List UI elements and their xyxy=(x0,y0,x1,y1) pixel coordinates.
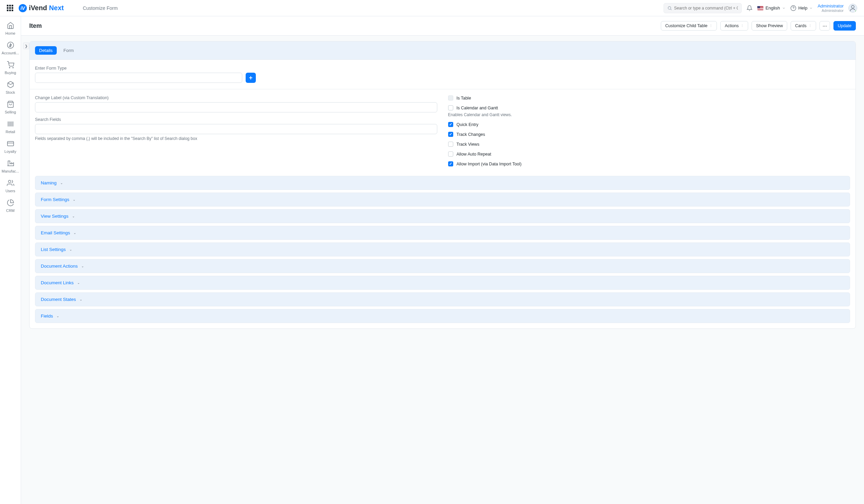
update-button[interactable]: Update xyxy=(833,21,856,30)
user-block[interactable]: Administrator Administrator xyxy=(817,3,844,13)
card-icon xyxy=(7,140,14,147)
change-label-group: Change Label (via Custom Translation) xyxy=(35,96,437,112)
users-icon xyxy=(7,179,14,187)
svg-point-7 xyxy=(13,67,13,68)
tab-form[interactable]: Form xyxy=(59,46,78,55)
chevron-down-icon: ⌄ xyxy=(60,181,63,185)
track-changes-label: Track Changes xyxy=(457,132,485,137)
sidebar-label: CRM xyxy=(6,209,15,213)
search-input[interactable] xyxy=(674,6,738,11)
chevron-down-icon: ⌄ xyxy=(73,198,75,201)
add-form-type-button[interactable]: + xyxy=(245,73,256,83)
svg-point-4 xyxy=(851,5,854,8)
chevron-down-icon: ⌄ xyxy=(77,281,80,285)
section-document-links[interactable]: Document Links ⌄ xyxy=(35,276,850,290)
section-fields[interactable]: Fields ⌄ xyxy=(35,309,850,323)
auto-repeat-checkbox[interactable] xyxy=(448,151,453,157)
logo-badge-icon: iV xyxy=(19,4,27,12)
navbar-right: English Help Administrator Administrator xyxy=(663,3,857,13)
page-title: Item xyxy=(29,22,42,29)
search-fields-input[interactable] xyxy=(35,124,437,134)
global-search[interactable] xyxy=(663,3,742,13)
show-preview-button[interactable]: Show Preview xyxy=(752,21,787,30)
chevron-down-icon: ⌄ xyxy=(80,297,82,301)
chevron-down-icon xyxy=(809,7,813,10)
actions-menu-button[interactable]: Actions⋮ xyxy=(720,21,748,30)
help-menu[interactable]: Help xyxy=(790,5,813,11)
customize-child-table-button[interactable]: Customize Child Table⋮ xyxy=(661,21,717,30)
change-label-input[interactable] xyxy=(35,102,437,112)
sidebar-item-selling[interactable]: Selling xyxy=(1,100,20,114)
cart-icon xyxy=(7,61,14,69)
expand-handle-icon[interactable]: ❯ xyxy=(23,42,29,49)
notifications-icon[interactable] xyxy=(746,5,753,11)
help-label: Help xyxy=(799,5,808,11)
form-type-group: Enter Form Type + xyxy=(35,66,850,83)
section-title: Naming xyxy=(41,180,57,185)
track-views-checkbox[interactable] xyxy=(448,142,453,147)
user-name: Administrator xyxy=(817,3,844,9)
factory-icon xyxy=(7,160,14,167)
search-fields-help: Fields separated by comma (,) will be in… xyxy=(35,136,437,141)
status-online-icon xyxy=(854,10,857,13)
allow-import-row: ✓ Allow Import (via Data Import Tool) xyxy=(448,161,850,167)
section-form-settings[interactable]: Form Settings ⌄ xyxy=(35,193,850,207)
sidebar-item-manufacturing[interactable]: Manufac... xyxy=(1,160,20,173)
sidebar-label: Home xyxy=(5,31,15,35)
section-naming[interactable]: Naming ⌄ xyxy=(35,176,850,190)
section-list-settings[interactable]: List Settings ⌄ xyxy=(35,243,850,256)
svg-rect-14 xyxy=(7,142,13,146)
tab-details[interactable]: Details xyxy=(35,46,57,55)
sidebar-item-buying[interactable]: Buying xyxy=(1,61,20,75)
sidebar-item-users[interactable]: Users xyxy=(1,179,20,193)
sidebar-label: Loyalty xyxy=(4,149,16,153)
sidebar-item-accounting[interactable]: Accounti... xyxy=(1,41,20,55)
sidebar-item-retail[interactable]: Retail xyxy=(1,120,20,134)
breadcrumb[interactable]: Customize Form xyxy=(83,5,118,11)
app-launcher-icon[interactable] xyxy=(7,5,13,11)
section-title: Email Settings xyxy=(41,230,70,235)
is-table-row: Is Table xyxy=(448,96,850,100)
is-calendar-checkbox[interactable] xyxy=(448,105,453,110)
section-document-states[interactable]: Document States ⌄ xyxy=(35,292,850,306)
language-label: English xyxy=(766,5,780,11)
home-icon xyxy=(7,22,14,29)
page-actions: Customize Child Table⋮ Actions⋮ Show Pre… xyxy=(661,21,856,30)
quick-entry-row: ✓ Quick Entry xyxy=(448,122,850,127)
section-view-settings[interactable]: View Settings ⌄ xyxy=(35,209,850,223)
sidebar-label: Manufac... xyxy=(2,169,19,173)
user-role: Administrator xyxy=(817,9,844,13)
content: Item Customize Child Table⋮ Actions⋮ Sho… xyxy=(21,16,864,504)
sidebar-item-stock[interactable]: Stock xyxy=(1,81,20,95)
sidebar-item-loyalty[interactable]: Loyalty xyxy=(1,140,20,153)
section-title: Fields xyxy=(41,314,53,319)
section-title: Document States xyxy=(41,297,76,302)
divider xyxy=(29,89,855,89)
quick-entry-checkbox[interactable]: ✓ xyxy=(448,122,453,127)
language-selector[interactable]: English xyxy=(757,5,785,11)
sidebar-label: Retail xyxy=(5,130,15,134)
chevron-down-icon: ⌄ xyxy=(56,314,59,318)
more-menu-button[interactable]: ⋯ xyxy=(819,21,830,30)
section-title: Document Actions xyxy=(41,263,78,269)
page-header: Item Customize Child Table⋮ Actions⋮ Sho… xyxy=(21,16,864,36)
allow-import-checkbox[interactable]: ✓ xyxy=(448,161,453,167)
flag-us-icon xyxy=(757,6,764,10)
sidebar-item-crm[interactable]: CRM xyxy=(1,199,20,213)
svg-point-6 xyxy=(9,67,10,68)
navbar: iV iVendNext Customize Form English Help… xyxy=(0,0,864,16)
navbar-left: iV iVendNext Customize Form xyxy=(7,4,118,12)
track-changes-checkbox[interactable]: ✓ xyxy=(448,132,453,137)
search-fields-group: Search Fields Fields separated by comma … xyxy=(35,117,437,141)
brand-logo[interactable]: iV iVendNext xyxy=(19,4,64,12)
section-email-settings[interactable]: Email Settings ⌄ xyxy=(35,226,850,240)
form-type-input[interactable] xyxy=(35,73,242,83)
chevron-down-icon: ⌄ xyxy=(73,231,76,235)
section-document-actions[interactable]: Document Actions ⌄ xyxy=(35,259,850,273)
sidebar-item-home[interactable]: Home xyxy=(1,22,20,35)
section-title: Form Settings xyxy=(41,197,69,202)
chevron-down-icon xyxy=(782,7,785,10)
track-changes-row: ✓ Track Changes xyxy=(448,132,850,137)
cards-menu-button[interactable]: Cards⋮ xyxy=(791,21,816,30)
avatar[interactable] xyxy=(848,4,857,13)
